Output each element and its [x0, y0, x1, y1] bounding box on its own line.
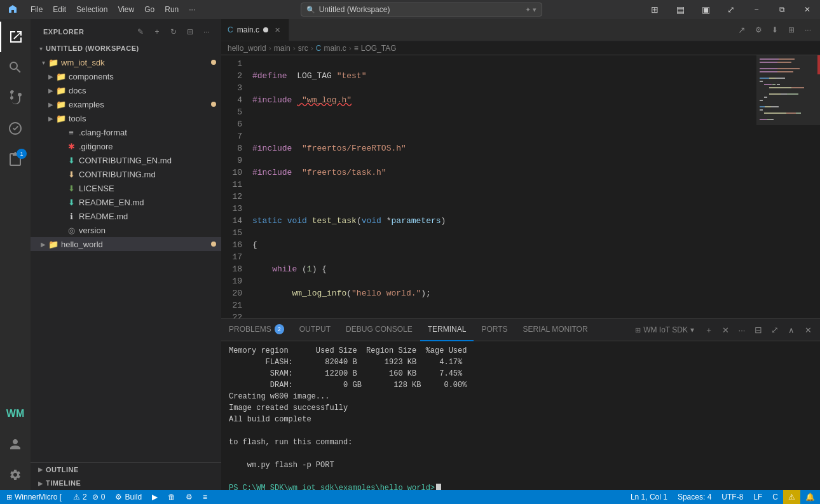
download-button[interactable]: ⬇: [768, 23, 782, 37]
breadcrumb-src[interactable]: src: [298, 44, 308, 53]
layout-button[interactable]: ⊞: [784, 23, 798, 37]
tree-item-contributing[interactable]: ⬇ CONTRIBUTING.md: [31, 167, 221, 181]
status-settings2[interactable]: ⚙: [181, 490, 198, 504]
search-bar[interactable]: 🔍 Untitled (Workspace) ✦ ▾: [301, 3, 542, 17]
menu-run[interactable]: Run: [160, 0, 184, 19]
menu-view[interactable]: View: [113, 0, 139, 19]
tab-main-c[interactable]: C main.c ✕: [221, 19, 289, 41]
menu-file[interactable]: File: [25, 0, 48, 19]
breadcrumb-log-tag[interactable]: LOG_TAG: [361, 44, 397, 53]
tree-item-gitignore[interactable]: ✱ .gitignore: [31, 139, 221, 153]
more-actions-button[interactable]: ···: [801, 23, 815, 37]
term-tab-serial[interactable]: SERIAL MONITOR: [516, 319, 596, 341]
activity-explorer[interactable]: [0, 22, 31, 52]
status-remote[interactable]: ⊞ WinnerMicro [: [0, 490, 68, 504]
tree-item-examples[interactable]: ▶ 📁 examples: [31, 97, 221, 111]
terminal-layout-button[interactable]: ⊟: [751, 323, 765, 337]
search-icon: 🔍: [306, 6, 315, 14]
terminal-content[interactable]: Memory region Used Size Region Size %age…: [221, 341, 820, 490]
terminal-kill-button[interactable]: ✕: [718, 323, 732, 337]
tree-item-license[interactable]: ⬇ LICENSE: [31, 181, 221, 195]
terminal-maximize-button[interactable]: ⤢: [768, 323, 782, 337]
tree-item-wm_iot_sdk[interactable]: ▾ 📁 wm_iot_sdk: [31, 55, 221, 69]
terminal-more-button[interactable]: ···: [735, 323, 749, 337]
status-position[interactable]: Ln 1, Col 1: [625, 490, 673, 504]
tree-item-hello-world[interactable]: ▶ 📁 hello_world: [31, 237, 221, 251]
flash-row: FLASH: 82040 B 1923 KB 4.17%: [229, 357, 812, 368]
tree-item-components[interactable]: ▶ 📁 components: [31, 69, 221, 83]
activity-search[interactable]: [0, 52, 31, 83]
new-folder-button[interactable]: +: [150, 25, 164, 39]
md-orange-icon: ⬇: [66, 169, 76, 179]
activity-wm[interactable]: WM: [0, 398, 31, 429]
term-tab-debug[interactable]: DEBUG CONSOLE: [338, 319, 420, 341]
terminal-wm-label: WM IoT SDK: [643, 325, 688, 334]
workspace-label[interactable]: ▾ UNTITLED (WORKSPACE): [31, 41, 221, 55]
close-button[interactable]: ✕: [795, 0, 820, 19]
outline-header[interactable]: ▶ OUTLINE: [31, 462, 221, 476]
tree-item-docs[interactable]: ▶ 📁 docs: [31, 83, 221, 97]
terminal-add-button[interactable]: +: [702, 323, 716, 337]
tab-close-button[interactable]: ✕: [272, 25, 282, 35]
layout-toggle[interactable]: ⊞: [642, 0, 667, 19]
folder-icon: 📁: [48, 57, 58, 67]
status-menu[interactable]: ≡: [198, 490, 212, 504]
status-encoding[interactable]: UTF-8: [716, 490, 748, 504]
minimize-button[interactable]: −: [744, 0, 769, 19]
refresh-button[interactable]: ↻: [167, 25, 181, 39]
code-line-7: static void test_task(void *parameters): [252, 215, 756, 227]
tools-arrow: ▶: [46, 113, 56, 123]
sidebar-more-button[interactable]: ···: [200, 25, 214, 39]
status-errors[interactable]: ⚠ 2 ⊘ 0: [68, 490, 110, 504]
status-trash[interactable]: 🗑: [163, 490, 181, 504]
timeline-header[interactable]: ▶ TIMELINE: [31, 476, 221, 490]
tree-item-readme[interactable]: ℹ README.md: [31, 209, 221, 223]
split-editor-button[interactable]: ↗: [735, 23, 749, 37]
menu-selection[interactable]: Selection: [71, 0, 113, 19]
activity-extensions[interactable]: 1: [0, 144, 31, 174]
term-tab-output[interactable]: OUTPUT: [292, 319, 338, 341]
restore-button[interactable]: ⧉: [769, 0, 795, 19]
tree-item-readme-en[interactable]: ⬇ README_EN.md: [31, 195, 221, 209]
menu-more[interactable]: ···: [184, 0, 200, 19]
panel-toggle[interactable]: ▣: [693, 0, 718, 19]
menu-go[interactable]: Go: [139, 0, 160, 19]
readme-en-arrow: [56, 197, 66, 207]
activity-account[interactable]: [0, 429, 31, 460]
code-content[interactable]: #define LOG_TAG "test" #include "wm_log.…: [250, 55, 756, 318]
sidebar: EXPLORER ✎ + ↻ ⊟ ··· ▾ UNTITLED (WORKSPA…: [31, 19, 221, 490]
status-spaces[interactable]: Spaces: 4: [673, 490, 716, 504]
tree-item-contributing-en[interactable]: ⬇ CONTRIBUTING_EN.md: [31, 153, 221, 167]
breadcrumb-main[interactable]: main: [274, 44, 290, 53]
code-editor[interactable]: 12345 678910 1112131415 1617181920 2122 …: [221, 55, 820, 318]
breadcrumb-main-c[interactable]: main.c: [324, 44, 346, 53]
term-tab-ports[interactable]: PORTS: [474, 319, 515, 341]
terminal-up-button[interactable]: ∧: [784, 323, 798, 337]
tree-item-version[interactable]: ◎ version: [31, 223, 221, 237]
tree-item-clang-format[interactable]: ≡ .clang-format: [31, 125, 221, 139]
settings-button[interactable]: ⚙: [751, 23, 765, 37]
menu-edit[interactable]: Edit: [48, 0, 71, 19]
tree-item-tools[interactable]: ▶ 📁 tools: [31, 111, 221, 125]
fullscreen-toggle[interactable]: ⤢: [718, 0, 744, 19]
activity-run-debug[interactable]: [0, 113, 31, 144]
status-warning-btn[interactable]: ⚠: [783, 490, 800, 504]
terminal-close-button[interactable]: ✕: [801, 323, 815, 337]
status-gear[interactable]: ⚙ Build: [110, 490, 147, 504]
collapse-all-button[interactable]: ⊟: [183, 25, 197, 39]
svg-rect-33: [756, 55, 820, 125]
status-run[interactable]: ▶: [147, 490, 163, 504]
activity-settings[interactable]: [0, 460, 31, 490]
status-notifications[interactable]: 🔔: [800, 490, 820, 504]
term-tab-problems[interactable]: PROBLEMS 2: [221, 319, 292, 341]
hello-world-arrow: ▶: [38, 239, 48, 249]
term-tab-terminal[interactable]: TERMINAL: [420, 319, 474, 341]
mem-header: Memory region Used Size Region Size %age…: [229, 345, 812, 357]
breadcrumb-hello-world[interactable]: hello_world: [228, 44, 266, 53]
hello-world-dot: [211, 242, 216, 247]
status-line-ending[interactable]: LF: [748, 490, 767, 504]
sidebar-toggle[interactable]: ▤: [667, 0, 693, 19]
activity-source-control[interactable]: [0, 83, 31, 113]
status-language[interactable]: C: [767, 490, 783, 504]
new-file-button[interactable]: ✎: [133, 25, 147, 39]
